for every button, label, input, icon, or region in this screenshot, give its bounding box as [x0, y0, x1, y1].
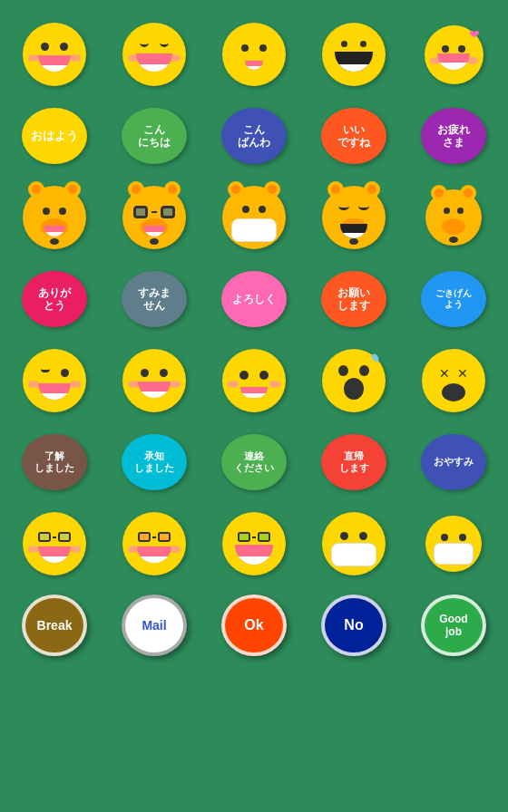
sticker-bubble-konnichiwa[interactable]: こんにちは — [109, 100, 200, 172]
sticker-emoji-teeth-grin[interactable] — [308, 18, 399, 91]
sticker-emoji-grin[interactable] — [109, 18, 200, 91]
sticker-bubble-konbanwa[interactable]: こんばんわ — [209, 100, 299, 172]
badge-mail-label: Mail — [142, 618, 166, 633]
sticker-bubble-renraku[interactable]: 連絡ください — [209, 426, 299, 498]
sticker-emoji-mask1[interactable] — [308, 508, 399, 580]
sticker-badge-mail[interactable]: Mail — [109, 589, 200, 662]
sticker-bubble-onegaishimasu[interactable]: お願いします — [308, 263, 399, 335]
sticker-bubble-shochi[interactable]: 承知しました — [109, 426, 200, 498]
sticker-bear-grin[interactable] — [308, 181, 399, 254]
badge-break-label: Break — [37, 618, 73, 633]
badge-ok-label: Ok — [244, 616, 263, 633]
sticker-bubble-gokigen[interactable]: ごきげんよう — [408, 263, 499, 335]
sticker-emoji-glasses-smile[interactable] — [109, 508, 200, 580]
sticker-bubble-ohayou[interactable]: おはよう — [9, 100, 100, 172]
sticker-bubble-arigatou[interactable]: ありがとう — [9, 263, 100, 335]
sticker-emoji-smile2[interactable] — [109, 344, 200, 417]
sticker-bear-side[interactable] — [408, 181, 499, 254]
sticker-grid: ❤ おはよう こんにちは こんばんわ いいですね お疲れさま — [9, 18, 499, 662]
sticker-bubble-oyasumi[interactable]: おやすみ — [408, 426, 499, 498]
sticker-emoji-mask2[interactable] — [408, 508, 499, 580]
sticker-emoji-glasses-wink[interactable] — [9, 508, 100, 580]
badge-goodjob-label: Goodjob — [439, 613, 467, 639]
sticker-badge-ok[interactable]: Ok — [209, 589, 299, 662]
sticker-bubble-chokki[interactable]: 直帰します — [308, 426, 399, 498]
sticker-bubble-idesune[interactable]: いいですね — [308, 100, 399, 172]
sticker-emoji-love[interactable]: ❤ — [408, 18, 499, 91]
sticker-bubble-sumimasen[interactable]: すみません — [109, 263, 200, 335]
sticker-bubble-yoroshiku[interactable]: よろしく — [209, 263, 299, 335]
sticker-emoji-thinking[interactable] — [209, 18, 299, 91]
badge-no-label: No — [344, 616, 363, 633]
sticker-bear-mask[interactable] — [209, 181, 299, 254]
sticker-bubble-otsukaresama[interactable]: お疲れさま — [408, 100, 499, 172]
sticker-emoji-smile[interactable] — [9, 18, 100, 91]
sticker-badge-no[interactable]: No — [308, 589, 399, 662]
sticker-bear-normal[interactable] — [9, 181, 100, 254]
sticker-badge-goodjob[interactable]: Goodjob — [408, 589, 499, 662]
sticker-emoji-wink[interactable] — [9, 344, 100, 417]
sticker-emoji-neutral[interactable] — [209, 344, 299, 417]
sticker-emoji-dead[interactable]: ✕ ✕ — [408, 344, 499, 417]
sticker-bubble-ryokai[interactable]: 了解しました — [9, 426, 100, 498]
sticker-emoji-shocked[interactable] — [308, 344, 399, 417]
sticker-emoji-glasses-grin[interactable] — [209, 508, 299, 580]
sticker-badge-break[interactable]: Break — [9, 589, 100, 662]
sticker-bear-glasses[interactable] — [109, 181, 200, 254]
